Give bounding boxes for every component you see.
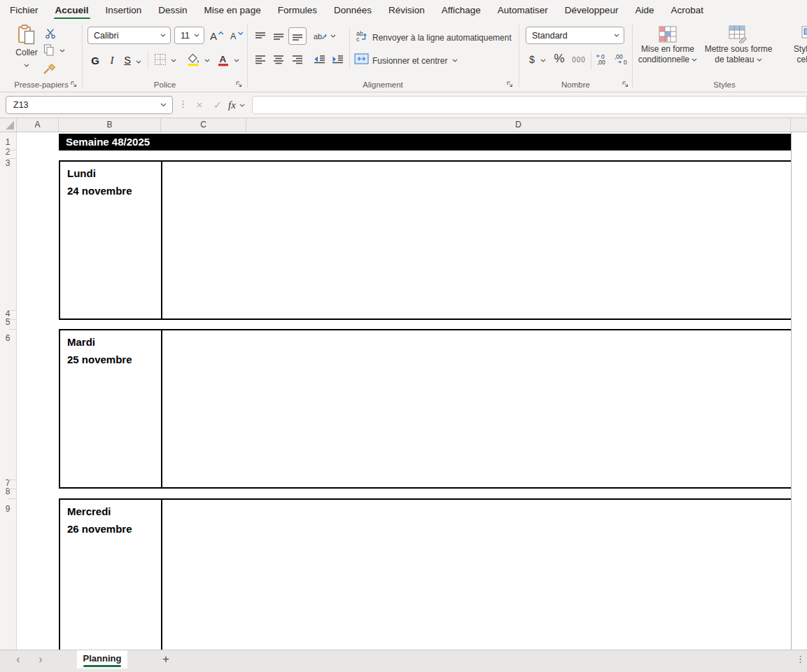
- font-size-combo[interactable]: 11: [174, 27, 204, 44]
- column-header-c[interactable]: C: [161, 118, 246, 132]
- align-top-button[interactable]: [253, 29, 268, 43]
- align-center-button[interactable]: [271, 52, 286, 66]
- menu-tab-mise-en-page[interactable]: Mise en page: [196, 0, 269, 20]
- merge-center-label[interactable]: Fusionner et centrer: [372, 56, 447, 66]
- italic-button[interactable]: I: [106, 52, 118, 69]
- menu-tab-données[interactable]: Données: [325, 0, 380, 20]
- fx-icon: fx: [228, 99, 236, 111]
- bold-button[interactable]: G: [87, 52, 103, 69]
- orientation-dropdown[interactable]: [330, 32, 337, 39]
- decrease-font-button[interactable]: A: [227, 28, 244, 43]
- menu-tab-automatiser[interactable]: Automatiser: [489, 0, 556, 20]
- decrease-indent-button[interactable]: [311, 52, 327, 66]
- column-header-d[interactable]: D: [246, 118, 791, 132]
- week-banner-cell[interactable]: Semaine 48/2025: [59, 134, 791, 150]
- copy-button[interactable]: [42, 43, 56, 57]
- menu-tab-formules[interactable]: Formules: [269, 0, 325, 20]
- menu-tab-acrobat[interactable]: Acrobat: [662, 0, 712, 20]
- font-color-dropdown[interactable]: [233, 57, 240, 64]
- borders-dropdown[interactable]: [170, 57, 177, 64]
- cell-styles-button[interactable]: Styles de cellules: [778, 24, 807, 65]
- svg-text:A: A: [230, 31, 237, 41]
- tabbar-overflow-icon[interactable]: ⋮: [796, 654, 805, 664]
- number-dialog-launcher[interactable]: [622, 80, 630, 89]
- conditional-formatting-button[interactable]: Mise en forme conditionnelle: [636, 24, 700, 65]
- increase-indent-button[interactable]: [330, 52, 345, 66]
- fill-color-button[interactable]: [185, 52, 201, 67]
- alignment-dialog-launcher[interactable]: [506, 80, 514, 89]
- name-box[interactable]: Z13: [6, 96, 173, 114]
- menu-tab-développeur[interactable]: Développeur: [556, 0, 627, 20]
- borders-button[interactable]: [153, 52, 167, 66]
- day-name: Mardi: [67, 333, 132, 351]
- orientation-button[interactable]: ab: [311, 29, 328, 43]
- excel-window: FichierAccueilInsertionDessinMise en pag…: [0, 0, 807, 672]
- formula-input[interactable]: [252, 96, 807, 114]
- orientation-icon: ab: [313, 30, 328, 41]
- fill-color-dropdown[interactable]: [204, 57, 211, 64]
- insert-function-button[interactable]: fx: [228, 97, 245, 113]
- font-family-combo[interactable]: Calibri: [87, 27, 171, 44]
- next-sheet-icon[interactable]: ›: [32, 650, 49, 668]
- thousands-separator-button[interactable]: 000: [570, 52, 587, 66]
- menu-tab-affichage[interactable]: Affichage: [433, 0, 489, 20]
- new-sheet-button[interactable]: +: [158, 651, 174, 668]
- increase-decimal-button[interactable]: 0,00: [594, 52, 611, 66]
- cancel-icon[interactable]: ×: [192, 97, 207, 113]
- wrap-text-label[interactable]: Renvoyer à la ligne automatiquement: [372, 33, 512, 43]
- underline-button[interactable]: S: [121, 52, 134, 69]
- number-format-combo[interactable]: Standard: [526, 27, 624, 44]
- increase-font-button[interactable]: A: [208, 28, 225, 43]
- conditional-formatting-label2: conditionnelle: [636, 55, 700, 65]
- formula-bar-resize-handle[interactable]: ⋮: [178, 99, 188, 109]
- format-painter-button[interactable]: [41, 62, 57, 76]
- prev-sheet-icon[interactable]: ‹: [10, 650, 27, 668]
- menu-tab-fichier[interactable]: Fichier: [1, 0, 47, 20]
- column-header-b[interactable]: B: [59, 118, 161, 132]
- row-header-2[interactable]: 2: [0, 146, 15, 158]
- align-middle-button[interactable]: [271, 29, 286, 43]
- underline-dropdown[interactable]: [135, 58, 142, 65]
- font-color-button[interactable]: A: [216, 52, 230, 67]
- menu-tab-aide[interactable]: Aide: [626, 0, 662, 20]
- day-label: Mercredi26 novembre: [67, 503, 132, 538]
- sheet-grid[interactable]: 123456789 Semaine 48/2025 Lundi24 novemb…: [0, 132, 807, 650]
- menu-tab-révision[interactable]: Révision: [380, 0, 433, 20]
- day-block-mercredi[interactable]: Mercredi26 novembre: [59, 498, 791, 650]
- sheet-tab-planning[interactable]: Planning: [77, 650, 127, 668]
- merge-center-dropdown[interactable]: [451, 57, 458, 64]
- enter-icon[interactable]: ✓: [210, 97, 225, 113]
- column-header-a[interactable]: A: [17, 118, 59, 132]
- percent-button[interactable]: %: [552, 51, 566, 66]
- clipboard-dialog-launcher[interactable]: [70, 80, 78, 89]
- row-header-5[interactable]: 5: [0, 316, 15, 328]
- menu-tab-accueil[interactable]: Accueil: [47, 0, 97, 20]
- cut-button[interactable]: [43, 27, 57, 40]
- menu-tab-insertion[interactable]: Insertion: [97, 0, 150, 20]
- copy-dropdown[interactable]: [59, 47, 66, 54]
- row-header-9[interactable]: 9: [0, 503, 15, 514]
- select-all-corner[interactable]: [0, 118, 17, 132]
- day-block-mardi[interactable]: Mardi25 novembre: [59, 329, 791, 489]
- row-header-3[interactable]: 3: [0, 158, 15, 169]
- format-as-table-label2: de tableau: [702, 55, 775, 65]
- merge-center-button[interactable]: [353, 52, 369, 65]
- row-boundary-tick: [8, 479, 17, 480]
- align-left-button[interactable]: [253, 52, 268, 66]
- font-dialog-launcher[interactable]: [235, 80, 244, 89]
- column-headers: ABCD: [0, 118, 807, 132]
- paste-button[interactable]: Coller: [8, 24, 45, 71]
- currency-button[interactable]: $: [527, 52, 537, 67]
- wrap-text-button[interactable]: abc: [355, 29, 369, 42]
- svg-text:0: 0: [624, 59, 627, 65]
- align-right-button[interactable]: [290, 52, 305, 66]
- decrease-decimal-button[interactable]: ,000: [612, 52, 629, 66]
- row-header-8[interactable]: 8: [0, 486, 15, 497]
- day-block-lundi[interactable]: Lundi24 novembre: [59, 160, 791, 320]
- format-as-table-label1: Mettre sous forme: [702, 44, 775, 55]
- align-bottom-button[interactable]: [288, 27, 307, 45]
- menu-tab-dessin[interactable]: Dessin: [150, 0, 195, 20]
- row-header-6[interactable]: 6: [0, 332, 15, 344]
- format-as-table-button[interactable]: Mettre sous forme de tableau: [702, 24, 775, 65]
- currency-dropdown[interactable]: [540, 57, 547, 64]
